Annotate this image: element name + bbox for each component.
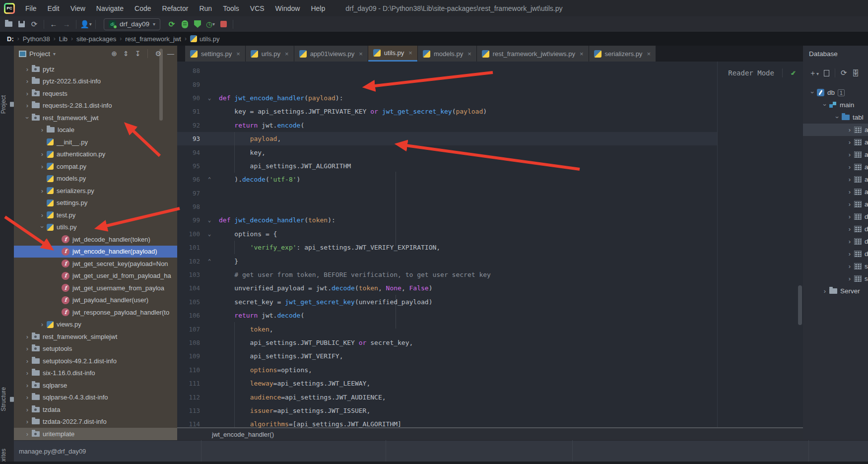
code-line-106[interactable]: 106 return jwt.decode( [177, 309, 803, 322]
code-line-108[interactable]: 108 api_settings.JWT_PUBLIC_KEY or secre… [177, 336, 803, 349]
tree-item-uritemplate[interactable]: ›uritemplate [14, 428, 177, 440]
code-line-103[interactable]: 103 # get user from token, BEFORE verifi… [177, 268, 803, 281]
chevron-right-icon[interactable]: › [24, 345, 31, 352]
code-editor[interactable]: 888990⌄def jwt_encode_handler(payload):9… [177, 62, 803, 428]
tree-item-setuptools-49.2.1.dist-info[interactable]: ›setuptools-49.2.1.dist-info [14, 355, 177, 367]
tree-item-requests[interactable]: ›requests [14, 87, 177, 100]
tool-stripe-project[interactable]: Project [0, 95, 14, 114]
menu-code[interactable]: Code [129, 4, 156, 12]
breadcrumb-item[interactable]: site-packages [76, 35, 116, 43]
project-panel-header[interactable]: Project ▾ ⊕ ⇕ ↧ ⚙ — [14, 46, 177, 62]
tree-item-settings.py[interactable]: settings.py [14, 197, 177, 209]
tree-item-setuptools[interactable]: ›setuptools [14, 343, 177, 355]
chevron-right-icon[interactable]: › [24, 394, 31, 401]
chevron-down-icon[interactable]: › [39, 224, 46, 231]
tree-item-views.py[interactable]: ›views.py [14, 319, 177, 331]
chevron-right-icon[interactable]: › [24, 406, 31, 413]
run-configuration-select[interactable]: dj drf_day09 ▾ [104, 18, 160, 30]
db-item-d[interactable]: ›d [803, 223, 868, 235]
db-item-db[interactable]: ›db1 [803, 86, 868, 99]
chevron-right-icon[interactable]: › [846, 225, 853, 233]
tree-item-jwt_encode_handler-payload-[interactable]: fjwt_encode_handler(payload) [14, 246, 177, 258]
code-line-90[interactable]: 90⌄def jwt_encode_handler(payload): [177, 91, 803, 105]
code-line-100[interactable]: 100⌄ options = { [177, 227, 803, 241]
chevron-down-icon[interactable]: › [821, 102, 829, 109]
fold-marker-icon[interactable]: ⌄ [200, 231, 219, 237]
close-icon[interactable]: × [580, 50, 584, 58]
tree-item-__init__.py[interactable]: __init__.py [14, 136, 177, 148]
breadcrumb-item[interactable]: utils.py [200, 35, 219, 43]
tree-item-authentication.py[interactable]: ›authentication.py [14, 148, 177, 161]
close-icon[interactable]: × [285, 50, 289, 58]
code-line-113[interactable]: 113 issuer=api_settings.JWT_ISSUER, [177, 404, 803, 417]
chevron-right-icon[interactable]: › [846, 275, 853, 282]
tree-item-jwt_get_username_from_payloa[interactable]: fjwt_get_username_from_payloa [14, 282, 177, 294]
code-line-94[interactable]: 94 key, [177, 145, 803, 159]
chevron-right-icon[interactable]: › [24, 357, 31, 365]
menu-navigate[interactable]: Navigate [91, 4, 129, 12]
tab-app01-views.py[interactable]: app01\views.py× [294, 46, 368, 62]
tree-item-sqlparse-0.4.3.dist-info[interactable]: ›sqlparse-0.4.3.dist-info [14, 392, 177, 404]
database-panel-title[interactable]: Database [803, 46, 868, 62]
close-icon[interactable]: × [359, 50, 363, 58]
chevron-right-icon[interactable]: › [24, 369, 31, 377]
db-item-s[interactable]: ›s [803, 272, 868, 285]
code-line-96[interactable]: 96⌃ ).decode('utf-8') [177, 173, 803, 186]
db-item-s[interactable]: ›s [803, 260, 868, 272]
chevron-right-icon[interactable]: › [39, 150, 46, 158]
menu-tools[interactable]: Tools [217, 4, 245, 12]
chevron-right-icon[interactable]: › [24, 102, 31, 109]
chevron-right-icon[interactable]: › [846, 238, 853, 245]
debug-button[interactable] [178, 19, 191, 30]
chevron-right-icon[interactable]: › [24, 66, 31, 73]
chevron-right-icon[interactable]: › [846, 188, 853, 196]
tree-item-sqlparse[interactable]: ›sqlparse [14, 379, 177, 392]
open-folder-icon[interactable] [2, 19, 15, 30]
code-line-107[interactable]: 107 token, [177, 322, 803, 335]
chevron-down-icon[interactable]: › [809, 89, 816, 96]
chevron-right-icon[interactable]: › [846, 200, 853, 208]
menu-run[interactable]: Run [194, 4, 217, 12]
close-icon[interactable]: × [467, 50, 471, 58]
close-icon[interactable]: × [408, 49, 412, 57]
db-item-a[interactable]: ›a [803, 124, 868, 136]
chevron-right-icon[interactable]: › [39, 187, 46, 195]
tab-models.py[interactable]: models.py× [418, 46, 476, 62]
tree-item-pytz[interactable]: ›pytz [14, 63, 177, 75]
chevron-right-icon[interactable]: › [24, 333, 31, 340]
chevron-right-icon[interactable]: › [24, 382, 31, 389]
code-line-91[interactable]: 91 key = api_settings.JWT_PRIVATE_KEY or… [177, 105, 803, 118]
code-line-95[interactable]: 95 api_settings.JWT_ALGORITHM [177, 159, 803, 173]
tree-item-six-1.16.0.dist-info[interactable]: ›six-1.16.0.dist-info [14, 367, 177, 380]
chevron-right-icon[interactable]: › [846, 176, 853, 183]
chevron-right-icon[interactable]: › [846, 250, 853, 258]
db-item-main[interactable]: ›main [803, 99, 868, 111]
forward-icon[interactable]: → [60, 19, 73, 30]
menu-vcs[interactable]: VCS [245, 4, 270, 12]
db-item-tabl[interactable]: ›tabl [803, 111, 868, 124]
tool-stripe-structure[interactable]: Structure [0, 387, 14, 411]
fold-marker-icon[interactable]: ⌃ [200, 258, 219, 265]
chevron-right-icon[interactable]: › [39, 163, 46, 170]
duplicate-icon[interactable] [824, 70, 829, 76]
chevron-down-icon[interactable]: › [24, 114, 31, 121]
chevron-right-icon[interactable]: › [846, 126, 853, 133]
chevron-right-icon[interactable]: › [846, 151, 853, 158]
user-settings-icon[interactable]: 👤▾ [79, 19, 92, 30]
tab-rest-framework-jwt-views.py[interactable]: rest_framework_jwt\views.py× [477, 46, 589, 62]
pycharm-logo-icon[interactable]: PC [4, 3, 15, 14]
tree-item-locale[interactable]: ›locale [14, 124, 177, 136]
collapse-all-icon[interactable]: ↧ [135, 50, 141, 58]
menu-window[interactable]: Window [270, 4, 306, 12]
db-item-a[interactable]: ›a [803, 136, 868, 148]
chevron-right-icon[interactable]: › [39, 211, 46, 219]
menu-file[interactable]: File [20, 4, 42, 12]
tree-item-jwt_decode_handler-token-[interactable]: fjwt_decode_handler(token) [14, 233, 177, 246]
code-line-89[interactable]: 89 [177, 77, 803, 91]
tree-item-jwt_get_secret_key-payload-non[interactable]: fjwt_get_secret_key(payload=Non [14, 258, 177, 270]
expand-all-icon[interactable]: ⇕ [123, 50, 129, 58]
code-line-105[interactable]: 105 secret_key = jwt_get_secret_key(unve… [177, 295, 803, 309]
db-item-a[interactable]: ›a [803, 198, 868, 210]
tree-item-compat.py[interactable]: ›compat.py [14, 160, 177, 173]
db-item-a[interactable]: ›a [803, 173, 868, 186]
